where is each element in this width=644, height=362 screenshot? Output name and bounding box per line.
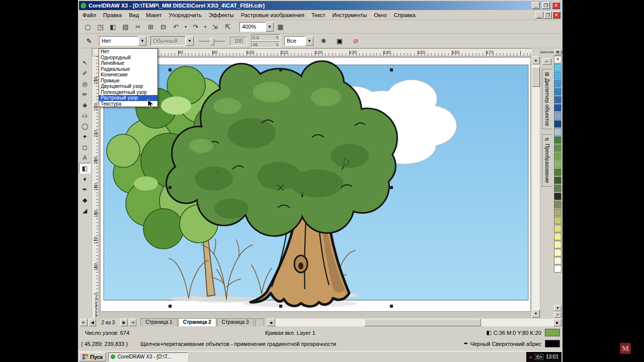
dropdown-item[interactable]: Нет	[99, 49, 157, 55]
zoom-value[interactable]: 400%	[239, 22, 266, 32]
dropdown-item[interactable]: Полноцветный узор	[99, 89, 157, 96]
outline-tool[interactable]: ✒	[79, 184, 91, 195]
palette-swatch[interactable]	[554, 168, 561, 176]
palette-swatch[interactable]	[554, 225, 561, 232]
palette-swatch[interactable]	[554, 152, 561, 160]
transparency-type-value[interactable]: Нет	[99, 36, 138, 46]
menu-item[interactable]: Растровые изображения	[237, 11, 308, 20]
basic-shapes-tool[interactable]: ◻	[79, 142, 91, 152]
menu-item[interactable]: Макет	[142, 11, 165, 20]
palette-swatch[interactable]	[554, 193, 561, 200]
menu-item[interactable]: Инструменты	[329, 11, 371, 20]
first-page-button[interactable]: ⇤	[80, 319, 88, 326]
pick-tool[interactable]: ↖	[79, 57, 91, 68]
spinner-icon[interactable]: ⇅	[276, 43, 279, 47]
palette-swatch[interactable]	[554, 176, 561, 184]
palette-swatch[interactable]	[554, 249, 561, 256]
vertical-scroll-track[interactable]	[532, 64, 540, 310]
copy-transparency-button[interactable]: ▣	[334, 36, 346, 47]
new-button[interactable]: ▢	[82, 22, 94, 33]
menu-item[interactable]: Справка	[390, 11, 419, 20]
horizontal-scrollbar[interactable]: ◀ ▶	[267, 319, 562, 326]
palette-swatch[interactable]	[554, 72, 561, 79]
horizontal-ruler[interactable]: 60708090100110120130140150160170	[99, 48, 532, 56]
docker-tab-transformation[interactable]: ⇄ Преобразование	[542, 134, 552, 187]
open-button[interactable]: ◳	[95, 22, 106, 33]
palette-swatch[interactable]	[554, 136, 561, 144]
menu-item[interactable]: Правка	[100, 11, 125, 20]
palette-swatch[interactable]	[554, 257, 561, 264]
polygon-tool[interactable]: ✦	[79, 131, 91, 142]
palette-swatch[interactable]	[554, 160, 561, 168]
paste-button[interactable]: ⊟	[157, 22, 169, 33]
collapse-dockers-button[interactable]: «	[542, 58, 551, 65]
palette-swatch[interactable]	[554, 104, 561, 112]
palette-swatch[interactable]	[554, 241, 561, 248]
menu-item[interactable]: Упорядочить	[165, 11, 205, 20]
edit-transparency-button[interactable]: ✎	[83, 36, 95, 47]
palette-menu-button[interactable]: ▤	[554, 49, 561, 55]
transparency-angle-field[interactable]: 0.0 ⇅	[251, 34, 280, 41]
palette-swatch[interactable]	[554, 80, 561, 87]
start-button[interactable]: Пуск	[79, 352, 106, 361]
transparency-type-arrow[interactable]: ▼	[138, 36, 146, 46]
page-tab[interactable]: Страница 2	[178, 318, 216, 326]
menu-item[interactable]: Эффекты	[205, 11, 237, 20]
palette-swatch[interactable]	[554, 112, 561, 120]
language-indicator[interactable]: En	[535, 354, 543, 360]
palette-swatch[interactable]	[554, 233, 561, 240]
palette-expand-button[interactable]: «	[554, 312, 561, 318]
palette-scroll-down-button[interactable]: ▼	[554, 305, 561, 311]
transparency-tool[interactable]: ◧	[79, 163, 91, 173]
close-button[interactable]: ✕	[552, 2, 560, 9]
new-page-tab[interactable]	[255, 318, 264, 326]
vertical-scroll-thumb[interactable]	[532, 67, 540, 87]
palette-swatch[interactable]	[554, 88, 561, 96]
previous-page-button[interactable]: ◀	[89, 319, 96, 326]
clear-transparency-button[interactable]: ⊘	[350, 36, 362, 47]
options-button[interactable]: ▦	[275, 22, 286, 33]
ruler-origin[interactable]	[92, 48, 99, 56]
undo-button[interactable]: ↶	[170, 22, 182, 33]
shape-tool[interactable]: ✐	[79, 68, 91, 78]
palette-swatch[interactable]	[554, 96, 561, 104]
mdi-minimize-button[interactable]: _	[535, 12, 543, 19]
menu-item[interactable]: Окно	[370, 11, 390, 20]
palette-swatch[interactable]	[554, 185, 561, 192]
zoom-tool[interactable]: ◎	[79, 78, 91, 89]
fill-color-swatch[interactable]	[545, 329, 560, 336]
page-tab[interactable]: Страница 1	[140, 318, 178, 326]
zoom-dropdown-arrow[interactable]: ▼	[266, 22, 274, 32]
palette-swatch[interactable]	[554, 144, 561, 152]
menu-item[interactable]: Файл	[79, 11, 100, 20]
cut-button[interactable]: ✂	[132, 22, 144, 33]
palette-swatch[interactable]	[554, 209, 561, 216]
zoom-combo[interactable]: 400% ▼	[239, 22, 274, 32]
transparency-edge-field[interactable]: 48 ⇅	[251, 41, 280, 48]
palette-swatch[interactable]	[554, 120, 561, 128]
scroll-up-button[interactable]: ▲	[532, 56, 540, 64]
vertical-scrollbar[interactable]: ▲ ▼	[532, 56, 540, 318]
dropdown-item[interactable]: Конические	[99, 72, 157, 78]
menu-item[interactable]: Вид	[125, 11, 142, 20]
copy-button[interactable]: ⊞	[145, 22, 156, 33]
no-color-swatch[interactable]: ✕	[554, 56, 561, 63]
text-tool[interactable]: А	[79, 152, 91, 163]
transparency-target-value[interactable]: Все	[284, 36, 305, 46]
palette-swatch[interactable]	[554, 128, 561, 136]
fill-tool[interactable]: ◆	[79, 195, 91, 205]
undo-dropdown[interactable]: ▾	[183, 22, 189, 33]
dropdown-item[interactable]: Однородный	[99, 55, 157, 61]
transparency-operation-arrow[interactable]: ▼	[186, 36, 194, 46]
smart-fill-tool[interactable]: ◈	[79, 100, 91, 110]
tray-chevron[interactable]: «	[529, 354, 532, 360]
scroll-right-button[interactable]: ▶	[553, 319, 561, 326]
dropdown-item[interactable]: Радиальные	[99, 66, 157, 72]
palette-swatch[interactable]	[554, 265, 561, 273]
outline-color-swatch[interactable]	[545, 340, 560, 347]
palette-swatch[interactable]	[554, 201, 561, 208]
taskbar-app-button[interactable]: CorelDRAW X3 - [D:\T...	[108, 352, 188, 361]
drawing-page[interactable]	[100, 57, 531, 312]
horizontal-scroll-thumb[interactable]	[364, 319, 481, 326]
print-button[interactable]: ▤	[120, 22, 131, 33]
